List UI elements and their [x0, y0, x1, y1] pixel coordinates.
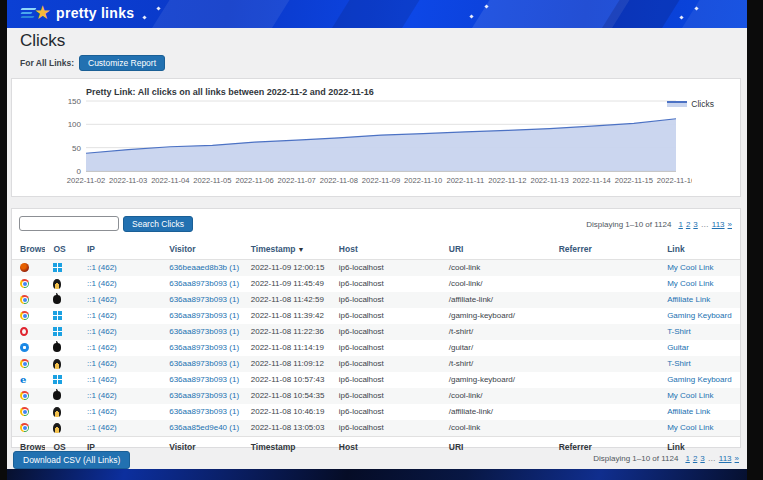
sparkle-icon: [156, 6, 160, 10]
pretty-link[interactable]: My Cool Link: [667, 391, 713, 400]
page: ★ pretty links Clicks For All Links: Cus…: [7, 0, 747, 480]
ip-cell: ::1 (462): [79, 356, 161, 372]
ip-link[interactable]: ::1 (462): [87, 343, 117, 352]
linux-icon: [53, 407, 61, 417]
page-ellipsis: …: [708, 454, 716, 463]
search-row: Search Clicks: [19, 216, 193, 232]
pretty-link[interactable]: T-Shirt: [667, 327, 691, 336]
page-link[interactable]: 2: [693, 454, 697, 463]
visitor-link[interactable]: 636aa8973b093 (1): [169, 327, 239, 336]
visitor-cell: 636aa8973b093 (1): [161, 404, 243, 420]
ip-link[interactable]: ::1 (462): [87, 391, 117, 400]
visitor-link[interactable]: 636aa8973b093 (1): [169, 295, 239, 304]
clicks-area-chart: 0501001502022-11-022022-11-032022-11-042…: [52, 93, 692, 187]
browser-cell: [12, 340, 45, 356]
ip-link[interactable]: ::1 (462): [87, 279, 117, 288]
clicks-table: BrowserOSIPVisitorTimestamp▼HostURIRefer…: [12, 239, 740, 457]
column-header-browser[interactable]: Browser: [12, 239, 45, 260]
visitor-link[interactable]: 636aa85ed9e40 (1): [169, 423, 239, 432]
link-cell: Guitar: [659, 340, 740, 356]
visitor-link[interactable]: 636aa8973b093 (1): [169, 279, 239, 288]
uri-cell: /cool-link/: [441, 388, 551, 404]
visitor-link[interactable]: 636aa8973b093 (1): [169, 375, 239, 384]
bottom-bar: [7, 469, 747, 480]
column-header-host[interactable]: Host: [331, 436, 441, 457]
svg-text:2022-11-11: 2022-11-11: [446, 176, 484, 185]
ip-link[interactable]: ::1 (462): [87, 359, 117, 368]
page-link[interactable]: 2: [686, 220, 690, 229]
search-clicks-button[interactable]: Search Clicks: [123, 216, 193, 232]
column-header-uri[interactable]: URI: [441, 436, 551, 457]
apple-icon: [53, 391, 61, 400]
pretty-link[interactable]: My Cool Link: [667, 423, 713, 432]
column-header-referrer[interactable]: Referrer: [551, 239, 659, 260]
table-row: e ::1 (462) 636aa8973b093 (1) 2022-11-08…: [12, 372, 740, 388]
svg-text:2022-11-04: 2022-11-04: [151, 176, 189, 185]
timestamp-cell: 2022-11-08 11:22:36: [243, 324, 331, 340]
ip-link[interactable]: ::1 (462): [87, 407, 117, 416]
chrome-icon: [20, 359, 29, 368]
column-header-uri[interactable]: URI: [441, 239, 551, 260]
page-link[interactable]: 1: [678, 220, 682, 229]
link-cell: Affiliate Link: [659, 292, 740, 308]
os-cell: [45, 404, 78, 420]
column-header-visitor[interactable]: Visitor: [161, 239, 243, 260]
page-link[interactable]: 113: [719, 454, 732, 463]
pretty-link[interactable]: My Cool Link: [667, 263, 713, 272]
page-link[interactable]: 3: [700, 454, 704, 463]
page-link[interactable]: »: [728, 220, 732, 229]
svg-text:2022-11-15: 2022-11-15: [615, 176, 653, 185]
chrome-icon: [20, 391, 29, 400]
visitor-link[interactable]: 636beaaed8b3b (1): [169, 263, 239, 272]
page-link[interactable]: 3: [693, 220, 697, 229]
banner-stripe: [318, 0, 425, 28]
ip-link[interactable]: ::1 (462): [87, 311, 117, 320]
chrome-icon: [20, 407, 29, 416]
search-input[interactable]: [19, 216, 119, 231]
browser-cell: [12, 388, 45, 404]
column-header-visitor[interactable]: Visitor: [161, 436, 243, 457]
ip-link[interactable]: ::1 (462): [87, 423, 117, 432]
pretty-link[interactable]: My Cool Link: [667, 279, 713, 288]
pretty-link[interactable]: Affiliate Link: [667, 407, 710, 416]
browser-cell: [12, 420, 45, 437]
visitor-link[interactable]: 636aa8973b093 (1): [169, 407, 239, 416]
ip-link[interactable]: ::1 (462): [87, 375, 117, 384]
ip-link[interactable]: ::1 (462): [87, 263, 117, 272]
column-header-host[interactable]: Host: [331, 239, 441, 260]
timestamp-cell: 2022-11-08 11:09:12: [243, 356, 331, 372]
chart-legend: Clicks: [667, 99, 714, 109]
pretty-link[interactable]: Gaming Keyboard: [667, 375, 731, 384]
host-cell: ip6-localhost: [331, 356, 441, 372]
os-cell: [45, 388, 78, 404]
pretty-links-logo: ★ pretty links: [21, 3, 134, 23]
table-row: ::1 (462) 636aa8973b093 (1) 2022-11-08 1…: [12, 388, 740, 404]
page-link[interactable]: »: [735, 454, 739, 463]
pretty-link[interactable]: T-Shirt: [667, 359, 691, 368]
os-cell: [45, 308, 78, 324]
ip-link[interactable]: ::1 (462): [87, 295, 117, 304]
visitor-link[interactable]: 636aa8973b093 (1): [169, 343, 239, 352]
pretty-link[interactable]: Affiliate Link: [667, 295, 710, 304]
pretty-link[interactable]: Guitar: [667, 343, 689, 352]
column-header-ip[interactable]: IP: [79, 239, 161, 260]
apple-icon: [53, 343, 61, 352]
browser-cell: [12, 404, 45, 420]
host-cell: ip6-localhost: [331, 388, 441, 404]
column-header-os[interactable]: OS: [45, 239, 78, 260]
customize-report-button[interactable]: Customize Report: [79, 55, 165, 71]
clicks-chart-card: Pretty Link: All clicks on all links bet…: [11, 78, 741, 197]
visitor-link[interactable]: 636aa8973b093 (1): [169, 359, 239, 368]
page-link[interactable]: 113: [712, 220, 725, 229]
page-link[interactable]: 1: [685, 454, 689, 463]
browser-cell: [12, 324, 45, 340]
safari-icon: [20, 343, 29, 352]
visitor-link[interactable]: 636aa8973b093 (1): [169, 391, 239, 400]
column-header-timestamp[interactable]: Timestamp: [243, 436, 331, 457]
download-csv-button[interactable]: Download CSV (All Links): [13, 451, 130, 469]
pretty-link[interactable]: Gaming Keyboard: [667, 311, 731, 320]
ip-link[interactable]: ::1 (462): [87, 327, 117, 336]
visitor-link[interactable]: 636aa8973b093 (1): [169, 311, 239, 320]
column-header-link[interactable]: Link: [659, 239, 740, 260]
column-header-timestamp[interactable]: Timestamp▼: [243, 239, 331, 260]
